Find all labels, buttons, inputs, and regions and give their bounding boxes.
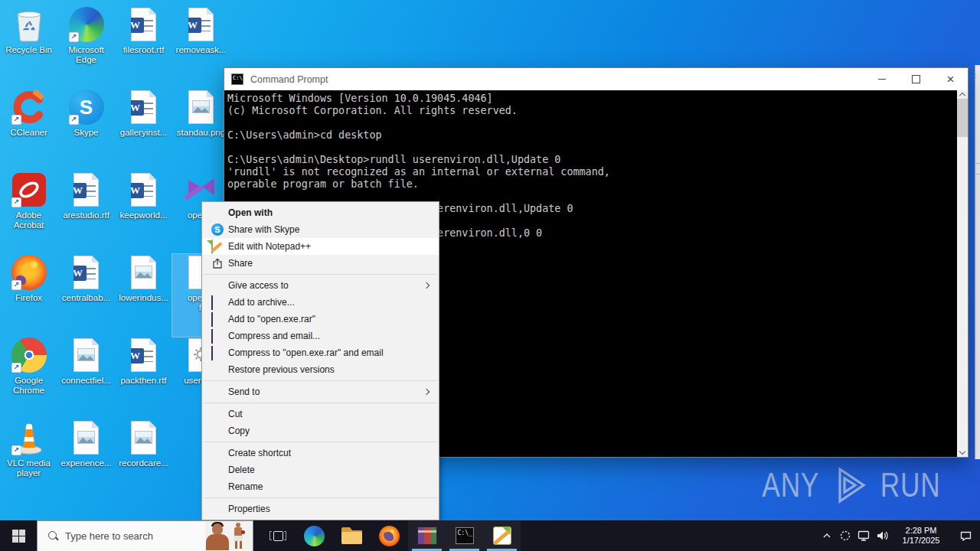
word-document-icon [183, 6, 220, 43]
menu-item-compress-to-rar-and-email[interactable]: Compress to "open.exe.rar" and email [202, 344, 439, 361]
scroll-down-icon[interactable] [959, 448, 965, 455]
menu-item-send-to[interactable]: Send to [202, 383, 439, 400]
taskbar-app-notepadpp[interactable] [483, 520, 521, 551]
desktop-icon-standau-png[interactable]: standau.png [172, 89, 230, 171]
menu-item-give-access-to[interactable]: Give access to [202, 277, 439, 294]
document-page [74, 256, 99, 289]
taskbar-search-box[interactable]: Type here to search [37, 520, 253, 551]
background-window-edge [975, 65, 980, 459]
word-document-icon [68, 254, 105, 291]
taskbar-app-edge[interactable] [296, 520, 333, 551]
desktop-icon-galleryinst[interactable]: galleryinst... [115, 89, 172, 171]
empty-icon-slot [211, 425, 224, 437]
menu-item-open-with[interactable]: Open with [202, 204, 439, 221]
image-file-icon [126, 254, 162, 291]
word-w-block [126, 100, 144, 116]
desktop-icon-lowerindus[interactable]: lowerindus... [115, 254, 172, 337]
console-line: (c) Microsoft Corporation. All rights re… [227, 105, 954, 117]
icon-label: connectfiel... [61, 376, 111, 386]
start-button[interactable] [0, 520, 37, 551]
cmd-title-bar[interactable]: Command Prompt [224, 68, 968, 90]
console-line: 'rundll' is not recognized as an interna… [227, 166, 954, 178]
menu-item-label: Share [228, 258, 253, 269]
clock-date: 1/17/2025 [896, 536, 946, 546]
menu-separator [204, 403, 437, 403]
maximize-button[interactable] [899, 68, 933, 90]
desktop-icon-removeask[interactable]: removeask... [172, 6, 230, 89]
taskbar-app-file-explorer[interactable] [333, 520, 371, 551]
desktop-icon-skype[interactable]: Skype [57, 89, 115, 171]
action-center-button[interactable] [951, 530, 980, 542]
desktop-icon-adobe-acrobat[interactable]: Adobe Acrobat [0, 171, 57, 254]
menu-item-restore-previous-versions[interactable]: Restore previous versions [202, 361, 439, 378]
desktop-icon-packthen-rtf[interactable]: packthen.rtf [115, 337, 172, 419]
window-title: Command Prompt [250, 74, 328, 85]
submenu-arrow-icon [423, 389, 430, 395]
desktop-icon-connectfiel[interactable]: connectfiel... [57, 337, 115, 419]
google-chrome-icon [11, 337, 47, 373]
menu-item-cut[interactable]: Cut [202, 406, 439, 422]
vlc-icon [11, 419, 47, 456]
desktop-icon-filesroot-rtf[interactable]: filesroot.rtf [115, 6, 172, 89]
taskbar-clock[interactable]: 2:28 PM 1/17/2025 [896, 526, 946, 546]
scroll-up-icon[interactable] [959, 93, 965, 99]
tray-sync-icon[interactable] [836, 520, 854, 551]
menu-item-label: Create shortcut [228, 448, 291, 458]
menu-item-delete[interactable]: Delete [202, 461, 439, 478]
edge-icon [304, 526, 325, 546]
search-promo-image[interactable] [205, 521, 253, 550]
winrar-icon [417, 527, 437, 545]
menu-item-add-to-archive[interactable]: Add to archive... [202, 294, 439, 311]
menu-item-label: Edit with Notepad++ [228, 241, 311, 252]
icon-label: Recycle Bin [5, 45, 52, 55]
share-icon [211, 257, 224, 269]
task-view-button[interactable] [260, 520, 296, 551]
taskbar-app-winrar[interactable] [408, 520, 446, 551]
menu-item-rename[interactable]: Rename [202, 478, 439, 495]
icon-label: Microsoft Edge [58, 45, 114, 65]
taskbar-app-cmd[interactable] [446, 520, 483, 551]
word-w-block [184, 18, 201, 33]
skype-icon [211, 223, 224, 236]
taskbar-app-firefox[interactable] [371, 520, 408, 551]
menu-item-copy[interactable]: Copy [202, 422, 439, 439]
network-icon[interactable] [854, 520, 873, 551]
shortcut-arrow-icon [69, 32, 79, 42]
winrar-icon [211, 295, 213, 310]
taskbar: Type here to search 2:28 PM 1/17/2025 [0, 520, 980, 551]
desktop-icon-ccleaner[interactable]: CCleaner [0, 89, 57, 171]
desktop-icon-keepworld[interactable]: keepworld... [115, 171, 172, 254]
menu-item-label: Delete [228, 465, 255, 475]
desktop-icon-recordcare[interactable]: recordcare... [115, 419, 172, 502]
menu-item-properties[interactable]: Properties [202, 500, 439, 517]
desktop-icon-firefox[interactable]: Firefox [0, 254, 57, 337]
empty-icon-slot [211, 386, 224, 398]
document-page [74, 421, 99, 455]
document-page [188, 90, 214, 124]
menu-item-add-to-rar[interactable]: Add to "open.exe.rar" [202, 311, 439, 328]
cmd-prompt-icon [231, 73, 243, 85]
desktop-icon-centralbab[interactable]: centralbab... [57, 254, 115, 337]
desktop-icon-recycle-bin[interactable]: Recycle Bin [0, 6, 57, 89]
menu-item-share[interactable]: Share [202, 255, 439, 272]
menu-item-create-shortcut[interactable]: Create shortcut [202, 445, 439, 461]
menu-item-edit-with-notepadpp[interactable]: Edit with Notepad++ [202, 238, 439, 255]
image-file-icon [183, 89, 220, 126]
desktop-icon-microsoft-edge[interactable]: Microsoft Edge [57, 6, 115, 89]
menu-item-label: Compress to "open.exe.rar" and email [228, 347, 384, 358]
recycle-bin-icon [11, 6, 47, 43]
desktop-icon-vlc[interactable]: VLC media player [0, 419, 57, 502]
winrar-icon [211, 346, 213, 360]
close-button[interactable] [933, 68, 968, 90]
menu-item-compress-and-email[interactable]: Compress and email... [202, 328, 439, 344]
empty-icon-slot [211, 364, 224, 376]
desktop-icon-google-chrome[interactable]: Google Chrome [0, 337, 57, 419]
volume-icon[interactable] [873, 520, 891, 551]
minimize-button[interactable] [864, 68, 899, 90]
menu-item-share-with-skype[interactable]: Share with Skype [202, 221, 439, 238]
scrollbar-thumb[interactable] [957, 99, 968, 137]
desktop-icon-experience[interactable]: experience... [57, 419, 115, 502]
desktop-icon-arestudio-rtf[interactable]: arestudio.rtf [57, 171, 115, 254]
hidden-icons-button[interactable] [818, 520, 836, 551]
console-scrollbar[interactable] [957, 90, 968, 457]
